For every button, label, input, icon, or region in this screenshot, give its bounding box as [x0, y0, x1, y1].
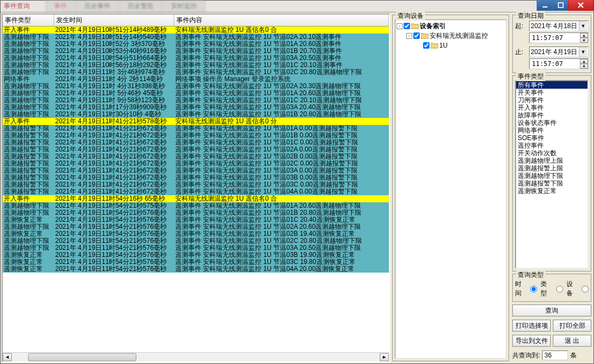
table-row[interactable]: 遥测越报警下限2021年 4月19日11时41分21秒672毫秒遥测事件 安科瑞…	[3, 188, 389, 195]
table-row[interactable]: 网络事件2021年 4月19日11时 4分 2秒114毫秒网络事项 操作员 Ma…	[3, 76, 389, 83]
list-item[interactable]: 刀闸事件	[516, 96, 588, 104]
table-row[interactable]: 遥测越物理下限2021年 4月19日10时53分40秒916毫秒遥测事件 安科瑞…	[3, 48, 389, 55]
export-button[interactable]: 导出到文件	[512, 335, 551, 347]
time-spinner[interactable]: ▲▼	[580, 59, 588, 69]
table-row[interactable]: 遥测越报警下限2021年 4月19日11时41分21秒672毫秒遥测事件 安科瑞…	[3, 153, 389, 160]
table-row[interactable]: 遥测越物理下限2021年 4月19日11时30分10秒 4毫秒遥测事件 安科瑞无…	[3, 111, 389, 118]
to-time-input[interactable]: 11:57:07 ▲▼	[529, 58, 589, 69]
tree-child1-check[interactable]	[413, 32, 420, 39]
tab-2[interactable]: 历史警告	[120, 0, 162, 12]
table-row[interactable]: 遥测恢复正常2021年 4月19日11时54分21秒576毫秒遥测事件 安科瑞无…	[3, 259, 389, 266]
table-row[interactable]: 遥测越物理下限2021年 4月19日11时54分21秒576毫秒遥测事件 安科瑞…	[3, 223, 389, 230]
tree-child1[interactable]: - 安科瑞无线测温监控	[397, 31, 505, 41]
time-spinner[interactable]: ▲▼	[580, 33, 588, 43]
table-row[interactable]: 遥测越物理下限2021年 4月19日11时 5分46秒 45毫秒遥测事件 安科瑞…	[3, 90, 389, 97]
list-item[interactable]: SOE事件	[516, 134, 588, 142]
list-item[interactable]: 设备状态事件	[516, 119, 588, 127]
table-row[interactable]: 遥测越物理下限2021年 4月19日10时54分51秒664毫秒遥测事件 安科瑞…	[3, 55, 389, 62]
cell-type: 遥测越物理下限	[3, 244, 54, 252]
query-button[interactable]: 查询	[512, 305, 591, 316]
table-row[interactable]: 遥测越报警下限2021年 4月19日11时41分21秒672毫秒遥测事件 安科瑞…	[3, 174, 389, 181]
table-row[interactable]: 遥测越报警下限2021年 4月19日11时41分21秒672毫秒遥测事件 安科瑞…	[3, 132, 389, 139]
scroll-right-icon[interactable]: ►	[380, 353, 389, 361]
expand-icon[interactable]: -	[397, 23, 402, 29]
table-row[interactable]: 遥测越报警下限2021年 4月19日11时41分21秒672毫秒遥测事件 安科瑞…	[3, 167, 389, 174]
table-row[interactable]: 遥测越报警下限2021年 4月19日11时41分21秒672毫秒遥测事件 安科瑞…	[3, 146, 389, 153]
horizontal-scrollbar[interactable]: ◄ ►	[3, 352, 389, 361]
table-row[interactable]: 遥测越物理下限2021年 4月19日10时52分 3秒370毫秒遥测事件 安科瑞…	[3, 41, 389, 48]
chevron-down-icon[interactable]: ▼	[579, 21, 587, 31]
list-item[interactable]: 开入事件	[516, 104, 588, 111]
table-row[interactable]: 遥测越报警下限2021年 4月19日11时41分21秒672毫秒遥测事件 安科瑞…	[3, 125, 389, 132]
list-item[interactable]: 遥测越物理下限	[516, 172, 588, 180]
to-date-input[interactable]: 2021年 4月19日 ▼	[529, 47, 589, 57]
radio-time[interactable]	[530, 286, 537, 293]
col-header-type[interactable]: 事件类型	[3, 15, 54, 26]
radio-type[interactable]	[556, 286, 563, 293]
table-row[interactable]: 遥测恢复正常2021年 4月19日11时54分21秒576毫秒遥测事件 安科瑞无…	[3, 252, 389, 259]
table-row[interactable]: 遥测越物理下限2021年 4月19日11时54分21秒576毫秒遥测事件 安科瑞…	[3, 209, 389, 216]
grid-body[interactable]: 开入事件2021年 4月19日10时51分14秒489毫秒安科瑞无线测温监控 1…	[3, 27, 389, 352]
table-row[interactable]: 遥测越物理下限2021年 4月19日11时54分21秒576毫秒遥测事件 安科瑞…	[3, 244, 389, 252]
tree-child2-check[interactable]	[423, 42, 430, 49]
cell-type: 遥测越报警下限	[3, 174, 54, 181]
table-row[interactable]: 遥测越物理下限2021年 4月19日10时51分14秒540毫秒遥测事件 安科瑞…	[3, 34, 389, 41]
table-row[interactable]: 遥测越报警下限2021年 4月19日11时41分21秒672毫秒遥测事件 安科瑞…	[3, 160, 389, 167]
tab-1[interactable]: 历史事件	[76, 0, 118, 12]
list-item[interactable]: 遥控事件	[516, 142, 588, 149]
col-header-content[interactable]: 事件内容	[174, 15, 389, 26]
table-row[interactable]: 遥测越物理下限2021年 4月19日11时 4分31秒398毫秒遥测事件 安科瑞…	[3, 83, 389, 90]
print-selection-button[interactable]: 打印选择项	[512, 320, 551, 332]
table-row[interactable]: 遥测越物理下限2021年 4月19日11时 3分46秒974毫秒遥测事件 安科瑞…	[3, 69, 389, 76]
list-item[interactable]: 开关事件	[516, 89, 588, 96]
tab-0[interactable]: 事件	[46, 0, 75, 12]
list-item[interactable]: 开关动作次数	[516, 149, 588, 157]
tree-root[interactable]: - 设备索引	[397, 21, 505, 31]
exit-button[interactable]: 退 出	[553, 335, 591, 347]
table-row[interactable]: 遥测越物理下限2021年 4月19日10时56分18秒292毫秒遥测事件 安科瑞…	[3, 62, 389, 69]
list-item[interactable]: 遥测越报警下限	[516, 180, 588, 187]
tree-child2[interactable]: 1U	[397, 41, 505, 50]
scroll-thumb[interactable]	[28, 353, 136, 361]
print-all-button[interactable]: 打印全部	[553, 320, 591, 332]
from-time-input[interactable]: 11:57:07 ▲▼	[529, 32, 589, 43]
tree-root-check[interactable]	[404, 23, 410, 29]
table-row[interactable]: 遥测恢复正常2021年 4月19日11时54分21秒576毫秒遥测事件 安科瑞无…	[3, 266, 389, 273]
cell-content: 遥测事件 安科瑞无线测温监控 1U 节温02C 20.80遥测越物理下限	[174, 69, 389, 76]
list-item[interactable]: 故障事件	[516, 111, 588, 119]
event-grid: 事件类型 发生时间 事件内容 开入事件2021年 4月19日10时51分14秒4…	[2, 14, 390, 362]
from-label: 起:	[515, 22, 527, 31]
list-item[interactable]: 遥测恢复正常	[516, 187, 588, 195]
table-row[interactable]: 遥测恢复正常2021年 4月19日11时54分21秒576毫秒遥测事件 安科瑞无…	[3, 230, 389, 237]
table-row[interactable]: 遥测越报警下限2021年 4月19日11时41分21秒672毫秒遥测事件 安科瑞…	[3, 181, 389, 188]
table-row[interactable]: 开入事件2021年 4月19日10时51分14秒489毫秒安科瑞无线测温监控 1…	[3, 27, 389, 34]
col-header-time[interactable]: 发生时间	[54, 15, 174, 26]
cell-content: 遥测事件 安科瑞无线测温监控 1U 节温01B 20.80遥测越物理下限	[174, 209, 389, 216]
list-item[interactable]: 遥测越报警上限	[516, 164, 588, 172]
cell-content: 网络事项 操作员 Manager 登录监控系统	[174, 76, 389, 83]
table-row[interactable]: 遥测越物理下限2021年 4月19日11时 9分58秒123毫秒遥测事件 安科瑞…	[3, 97, 389, 104]
table-row[interactable]: 遥测越物理下限2021年 4月19日11时54分21秒576毫秒遥测事件 安科瑞…	[3, 237, 389, 244]
device-tree[interactable]: - 设备索引 - 安科瑞无线测温监控	[395, 19, 506, 359]
minimize-button[interactable]	[537, 0, 553, 11]
chevron-down-icon[interactable]: ▼	[579, 47, 587, 57]
table-row[interactable]: 开入事件2021年 4月19日11时41分21秒578毫秒安科瑞无线测温监控 1…	[3, 118, 389, 125]
table-row[interactable]: 遥测越物理下限2021年 4月19日11时54分21秒575毫秒遥测事件 安科瑞…	[3, 202, 389, 209]
cell-time: 2021年 4月19日11时41分21秒578毫秒	[54, 118, 174, 125]
close-button[interactable]	[568, 0, 593, 11]
list-item[interactable]: 遥测越物理上限	[516, 157, 588, 164]
cell-time: 2021年 4月19日11时54分21秒576毫秒	[54, 252, 174, 259]
list-item[interactable]: 网络事件	[516, 127, 588, 134]
from-date-input[interactable]: 2021年 4月18日 ▼	[529, 21, 589, 31]
table-row[interactable]: 遥测恢复正常2021年 4月19日11时54分21秒576毫秒遥测事件 安科瑞无…	[3, 216, 389, 223]
table-row[interactable]: 遥测越报警下限2021年 4月19日11时41分21秒672毫秒遥测事件 安科瑞…	[3, 139, 389, 146]
table-row[interactable]: 遥测越物理下限2021年 4月19日11时17分39秒909毫秒遥测事件 安科瑞…	[3, 104, 389, 111]
scroll-left-icon[interactable]: ◄	[3, 353, 12, 361]
table-row[interactable]: 开入事件2021年 4月19日11时54分16秒 65毫秒安科瑞无线测温监控 1…	[3, 195, 389, 202]
maximize-button[interactable]	[552, 0, 569, 11]
event-type-list[interactable]: 所有事件开关事件刀闸事件开入事件故障事件设备状态事件网络事件SOE事件遥控事件开…	[515, 80, 589, 269]
tab-3[interactable]: 实时监控	[163, 0, 205, 12]
list-item[interactable]: 所有事件	[516, 81, 588, 89]
radio-device[interactable]	[582, 286, 589, 293]
expand-icon[interactable]: -	[406, 33, 412, 39]
